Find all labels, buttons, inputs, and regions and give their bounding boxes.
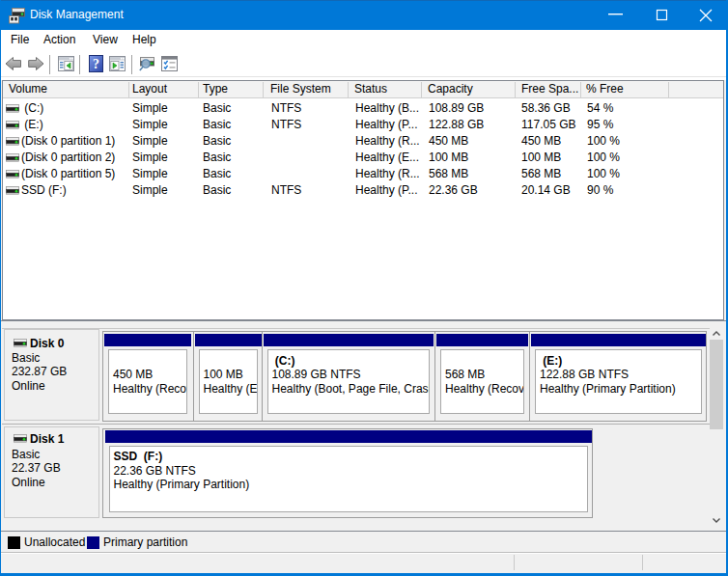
svg-text:?: ? [93,57,99,71]
